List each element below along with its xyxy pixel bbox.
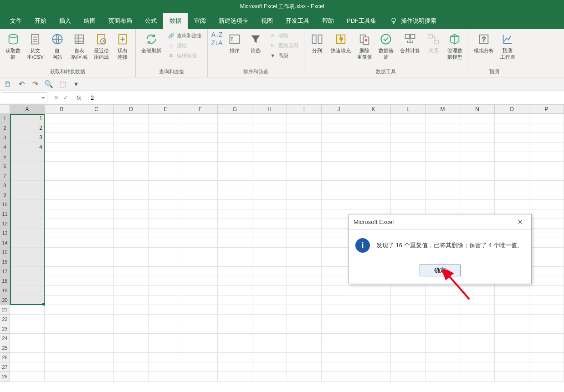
cell-H7[interactable] — [252, 171, 287, 181]
cell-K5[interactable] — [356, 152, 391, 162]
cell-K23[interactable] — [356, 324, 391, 334]
cell-C8[interactable] — [79, 181, 114, 190]
from-table-button[interactable]: 自表 格/区域 — [69, 31, 89, 61]
cell-A24[interactable] — [10, 334, 45, 343]
cell-F16[interactable] — [183, 257, 218, 267]
cell-D20[interactable] — [114, 295, 149, 305]
cell-L26[interactable] — [391, 353, 426, 362]
cell-L25[interactable] — [391, 343, 426, 353]
cell-N25[interactable] — [460, 343, 495, 353]
cell-C17[interactable] — [79, 267, 114, 276]
cell-D16[interactable] — [114, 257, 149, 267]
cell-C12[interactable] — [79, 219, 114, 229]
cell-G13[interactable] — [218, 229, 252, 238]
cell-B9[interactable] — [45, 190, 79, 200]
cell-C13[interactable] — [79, 229, 114, 238]
cell-F20[interactable] — [183, 295, 218, 305]
cell-D14[interactable] — [114, 238, 149, 248]
cell-K3[interactable] — [356, 133, 391, 143]
cell-I13[interactable] — [287, 229, 322, 238]
cell-G23[interactable] — [218, 324, 252, 334]
cell-E21[interactable] — [149, 305, 183, 315]
cell-B13[interactable] — [45, 229, 79, 238]
col-header-G[interactable]: G — [218, 105, 252, 114]
cell-B16[interactable] — [45, 257, 79, 267]
cell-H20[interactable] — [252, 295, 287, 305]
cell-B14[interactable] — [45, 238, 79, 248]
cell-G22[interactable] — [218, 315, 252, 324]
cell-N3[interactable] — [460, 133, 495, 143]
cell-J20[interactable] — [322, 295, 356, 305]
cell-C11[interactable] — [79, 209, 114, 219]
cell-B23[interactable] — [45, 324, 79, 334]
cell-A25[interactable] — [10, 343, 45, 353]
cell-H8[interactable] — [252, 181, 287, 190]
cell-I14[interactable] — [287, 238, 322, 248]
cell-H5[interactable] — [252, 152, 287, 162]
clear-filter[interactable]: ✕清除 — [267, 31, 300, 40]
row-header-10[interactable]: 10 — [0, 200, 10, 209]
cell-G4[interactable] — [218, 143, 252, 152]
cell-J22[interactable] — [322, 315, 356, 324]
row-header-5[interactable]: 5 — [0, 152, 10, 162]
cell-D26[interactable] — [114, 353, 149, 362]
properties[interactable]: ☰属性 — [166, 41, 204, 50]
cell-H6[interactable] — [252, 162, 287, 171]
cell-C21[interactable] — [79, 305, 114, 315]
cell-E10[interactable] — [149, 200, 183, 209]
cell-A8[interactable] — [10, 181, 45, 190]
cell-E15[interactable] — [149, 248, 183, 257]
undo-icon[interactable]: ↶ — [17, 80, 26, 88]
cell-G10[interactable] — [218, 200, 252, 209]
cell-G24[interactable] — [218, 334, 252, 343]
cell-H3[interactable] — [252, 133, 287, 143]
cell-N26[interactable] — [460, 353, 495, 362]
reapply-filter[interactable]: ↻重新应用 — [267, 41, 300, 50]
cell-I26[interactable] — [287, 353, 322, 362]
cell-H19[interactable] — [252, 286, 287, 295]
cell-B22[interactable] — [45, 315, 79, 324]
cell-P7[interactable] — [529, 171, 564, 181]
formula-input[interactable] — [85, 92, 564, 103]
cell-M24[interactable] — [426, 334, 460, 343]
cell-I12[interactable] — [287, 219, 322, 229]
cell-P2[interactable] — [529, 123, 564, 133]
cell-D24[interactable] — [114, 334, 149, 343]
cell-D7[interactable] — [114, 171, 149, 181]
cell-K19[interactable] — [356, 286, 391, 295]
cell-B8[interactable] — [45, 181, 79, 190]
cell-E20[interactable] — [149, 295, 183, 305]
cell-I24[interactable] — [287, 334, 322, 343]
forecast-button[interactable]: 预测 工作表 — [498, 31, 517, 61]
cell-D12[interactable] — [114, 219, 149, 229]
cell-H23[interactable] — [252, 324, 287, 334]
tab-home[interactable]: 开始 — [28, 13, 53, 29]
cell-M1[interactable] — [426, 114, 460, 123]
cell-A2[interactable]: 2 — [10, 123, 45, 133]
cell-M27[interactable] — [426, 362, 460, 372]
cell-M2[interactable] — [426, 123, 460, 133]
cell-P13[interactable] — [529, 229, 564, 238]
cell-F7[interactable] — [183, 171, 218, 181]
cell-P14[interactable] — [529, 238, 564, 248]
cell-D4[interactable] — [114, 143, 149, 152]
cell-K28[interactable] — [356, 372, 391, 382]
cell-P27[interactable] — [529, 362, 564, 372]
cell-D2[interactable] — [114, 123, 149, 133]
row-header-7[interactable]: 7 — [0, 171, 10, 181]
cell-O28[interactable] — [495, 372, 529, 382]
cell-F9[interactable] — [183, 190, 218, 200]
cell-I3[interactable] — [287, 133, 322, 143]
cell-O24[interactable] — [495, 334, 529, 343]
cancel-icon[interactable]: ✕ — [54, 94, 59, 101]
cell-E6[interactable] — [149, 162, 183, 171]
sort-button[interactable]: 排序 — [226, 31, 244, 55]
cell-C14[interactable] — [79, 238, 114, 248]
cell-E25[interactable] — [149, 343, 183, 353]
cell-N22[interactable] — [460, 315, 495, 324]
cell-K22[interactable] — [356, 315, 391, 324]
cell-P4[interactable] — [529, 143, 564, 152]
cell-H1[interactable] — [252, 114, 287, 123]
ok-button[interactable]: 确定 — [420, 265, 461, 276]
cell-F19[interactable] — [183, 286, 218, 295]
